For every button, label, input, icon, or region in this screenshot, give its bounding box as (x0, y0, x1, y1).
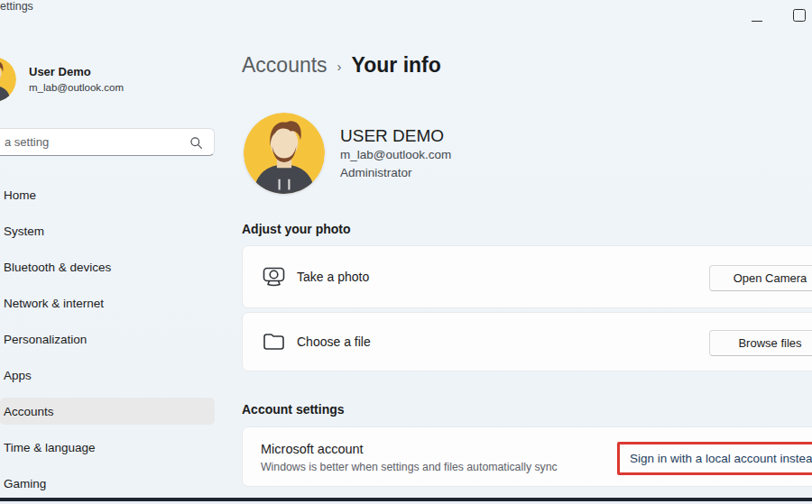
microsoft-account-description: Windows is better when settings and file… (261, 461, 558, 473)
sidebar-item-accounts[interactable]: Accounts (0, 393, 215, 429)
chevron-right-icon: › (337, 59, 342, 74)
choose-a-file-label: Choose a file (297, 334, 371, 349)
sidebar-item-bluetooth-devices[interactable]: Bluetooth & devices (0, 249, 215, 285)
sidebar-avatar[interactable] (0, 57, 16, 102)
sidebar-item-personalization[interactable]: Personalization (0, 321, 215, 357)
search-box[interactable] (0, 128, 215, 156)
sidebar-item-label: Accounts (4, 405, 54, 418)
profile-name: USER DEMO (340, 126, 444, 146)
sidebar-item-label: Network & internet (4, 297, 104, 310)
breadcrumb-accounts[interactable]: Accounts (242, 53, 328, 78)
sign-in-local-account-link[interactable]: Sign in with a local account instead (620, 452, 812, 465)
sidebar-nav: Home System Bluetooth & devices Network … (0, 177, 215, 501)
section-title-adjust-photo: Adjust your photo (242, 222, 351, 236)
sidebar-item-label: System (4, 225, 44, 238)
sidebar-item-home[interactable]: Home (0, 177, 215, 213)
minimize-icon[interactable] (752, 21, 762, 22)
microsoft-account-label: Microsoft account (261, 442, 364, 456)
folder-icon (262, 330, 286, 353)
browse-files-button[interactable]: Browse files (709, 330, 812, 356)
search-input[interactable] (0, 135, 183, 149)
sidebar-item-network-internet[interactable]: Network & internet (0, 285, 215, 321)
sidebar-item-label: Personalization (4, 333, 87, 346)
breadcrumb: Accounts › Your info (242, 53, 441, 78)
microsoft-account-row: Microsoft account Windows is better when… (242, 426, 812, 487)
camera-icon (262, 265, 286, 289)
user-avatar-illustration (0, 57, 16, 102)
section-title-account-settings: Account settings (242, 402, 345, 417)
settings-window: ettings User Demo m_lab@outlook.com Home… (0, 0, 812, 504)
sidebar-item-label: Home (4, 188, 36, 202)
profile-email: m_lab@outlook.com (340, 148, 451, 161)
user-avatar-illustration (244, 113, 325, 194)
red-annotation-box: Sign in with a local account instead (617, 442, 812, 475)
take-a-photo-label: Take a photo (297, 270, 369, 284)
profile-avatar (244, 113, 325, 194)
search-icon (189, 136, 203, 150)
sidebar-item-apps[interactable]: Apps (0, 357, 215, 393)
sidebar-item-label: Apps (4, 369, 32, 382)
open-camera-button[interactable]: Open Camera (709, 265, 812, 291)
sidebar-item-time-language[interactable]: Time & language (0, 429, 215, 465)
sidebar-user-email: m_lab@outlook.com (29, 82, 124, 93)
profile-role: Administrator (340, 166, 412, 179)
sidebar-item-label: Time & language (4, 441, 96, 454)
maximize-icon[interactable] (793, 9, 806, 22)
sidebar-item-gaming[interactable]: Gaming (0, 465, 215, 501)
sidebar-item-system[interactable]: System (0, 213, 215, 249)
sidebar-item-label: Gaming (4, 477, 46, 490)
sidebar-item-label: Bluetooth & devices (4, 261, 111, 274)
sidebar-user-name: User Demo (29, 65, 91, 78)
page-title: Your info (352, 53, 441, 78)
take-a-photo-row: Take a photo Open Camera (242, 245, 812, 308)
window-title: ettings (0, 0, 33, 13)
choose-a-file-row: Choose a file Browse files (242, 312, 812, 371)
